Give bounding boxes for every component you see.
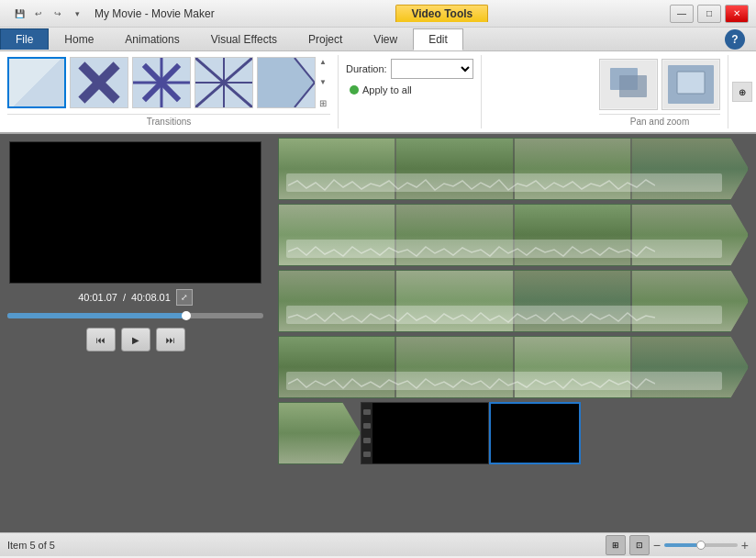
scroll-more-arrow[interactable]: ⊞ [319,99,327,108]
clip-frame [515,205,632,265]
minimize-button[interactable]: — [670,5,694,23]
snap-button[interactable]: ⊞ [606,535,626,555]
clip-frame [515,271,632,331]
status-bar: Item 5 of 5 ⊞ ⊡ − + [0,532,756,556]
help-button[interactable]: ? [725,29,745,50]
tab-home[interactable]: Home [49,28,109,50]
time-display: 40:01.07 / 40:08.01 ⤢ [7,289,263,306]
ribbon: ▲ ▼ ⊞ Transitions Duration: Apply to all [0,51,756,134]
pan-zoom-items [599,59,720,110]
transition-diagonal[interactable] [195,57,253,108]
clip-frame [279,271,396,331]
qa-extra-icon[interactable]: ▾ [69,6,85,22]
timeline-clip-3[interactable] [278,270,749,332]
tab-visual-effects[interactable]: Visual Effects [195,28,293,50]
tab-view[interactable]: View [358,28,413,50]
transition-x1[interactable] [70,57,128,108]
pan-zoom-section: Pan and zoom [592,55,728,128]
zoom-controls: ⊞ ⊡ − + [606,535,749,555]
clip-black-1 [361,402,489,464]
ribbon-tab-list: File Home Animations Visual Effects Proj… [0,28,463,50]
scroll-down-arrow[interactable]: ▼ [319,79,327,86]
svg-rect-20 [619,75,647,97]
transitions-label: Transitions [7,114,330,127]
pan-zoom-item-1[interactable] [599,59,658,110]
transition-blank[interactable] [7,57,66,108]
ribbon-extra: ⊕ [728,55,756,128]
transitions-section: ▲ ▼ ⊞ Transitions [0,55,339,128]
clip-frame [515,139,632,199]
zoom-in-button[interactable]: + [741,538,749,552]
scroll-up-arrow[interactable]: ▲ [319,59,327,66]
timeline-clip-5[interactable] [278,402,749,464]
zoom-handle[interactable] [696,541,706,550]
prev-button[interactable]: ⏮ [86,328,116,352]
apply-all-label: Apply to all [362,84,412,95]
duration-section: Duration: Apply to all [339,55,482,128]
clip-arrow [278,402,361,464]
preview-panel: 40:01.07 / 40:08.01 ⤢ ⏮ ▶ ⏭ [0,134,271,532]
clip-frame [396,139,514,199]
timeline-clip-1[interactable] [278,138,749,200]
play-button[interactable]: ▶ [121,328,150,352]
playback-controls: ⏮ ▶ ⏭ [86,328,185,352]
tab-animations[interactable]: Animations [109,28,195,50]
clip-frames-2 [279,205,748,265]
pan-zoom-item-2[interactable] [662,59,720,110]
timeline-clip-4[interactable] [278,336,749,398]
clip-frame [632,271,748,331]
clip-frame [396,205,514,265]
duration-label: Duration: [346,63,387,74]
clip-waveform-4 [288,375,655,392]
tab-edit[interactable]: Edit [413,28,463,50]
clip-frames-1 [279,139,748,199]
clip-black-2 [489,402,581,464]
duration-row: Duration: [346,59,473,79]
video-tools-badge: Video Tools [395,5,488,22]
maximize-button[interactable]: □ [697,5,721,23]
clip-frames-3 [279,271,748,331]
seek-bar[interactable] [7,313,263,318]
ribbon-tabs-row: File Home Animations Visual Effects Proj… [0,28,756,51]
apply-all-icon [350,85,359,95]
ribbon-extra-button[interactable]: ⊕ [732,82,752,102]
clip-frame [396,337,514,397]
main-content: 40:01.07 / 40:08.01 ⤢ ⏮ ▶ ⏭ [0,134,756,532]
clip-waveform-2 [288,243,655,260]
timeline-clip-2[interactable] [278,204,749,266]
svg-rect-23 [677,72,705,94]
transition-wipe[interactable] [257,57,316,108]
seek-handle[interactable] [182,311,191,320]
clip-frame [279,139,396,199]
tab-project[interactable]: Project [293,28,358,50]
preview-screen [9,141,261,284]
transition-scroll-arrows: ▲ ▼ ⊞ [316,57,330,110]
tab-file[interactable]: File [0,28,49,50]
transition-x2[interactable] [132,57,191,108]
redo-icon[interactable]: ↪ [50,6,66,22]
time-separator: / [123,292,126,303]
clip-frame [515,337,632,397]
clip-frame [632,337,748,397]
window-controls: — □ ✕ [670,5,749,23]
next-button[interactable]: ⏭ [156,328,185,352]
zoom-out-button[interactable]: − [653,538,661,552]
video-tools-tab: Video Tools [395,5,488,22]
title-bar-left: 💾 ↩ ↪ ▾ My Movie - Movie Maker [7,6,215,22]
close-button[interactable]: ✕ [725,5,749,23]
transition-items [7,57,316,108]
clip-frame [632,205,748,265]
pan-zoom-label: Pan and zoom [599,114,720,127]
ribbon-top-right: ? [725,29,756,50]
clip-frame [279,205,396,265]
quick-access-toolbar: 💾 ↩ ↪ ▾ [7,6,89,22]
apply-all-button[interactable]: Apply to all [346,83,473,97]
duration-select[interactable] [391,59,473,79]
time-expand-button[interactable]: ⤢ [176,289,193,306]
save-icon[interactable]: 💾 [11,6,28,22]
snap-button-2[interactable]: ⊡ [629,535,650,555]
undo-icon[interactable]: ↩ [30,6,47,22]
status-text: Item 5 of 5 [7,540,55,551]
timeline[interactable] [271,134,756,532]
zoom-slider[interactable] [664,543,738,547]
